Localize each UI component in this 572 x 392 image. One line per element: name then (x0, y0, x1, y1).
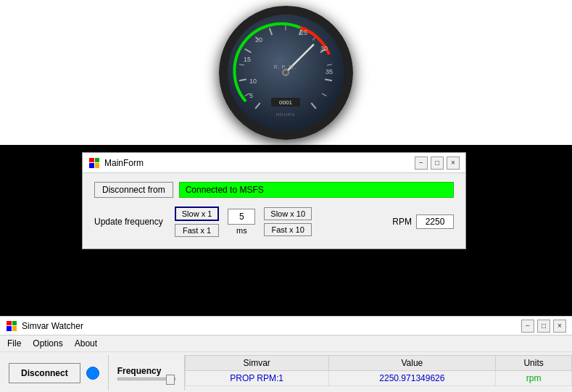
gauge-inner: R.P.M. 0001 HOURS 10 15 20 25 30 35 5 (228, 14, 344, 131)
freq-slider-container (117, 378, 175, 380)
taskbar-controls: − □ × (521, 320, 566, 333)
svg-point-17 (283, 70, 288, 75)
disconnect-from-button[interactable]: Disconnect from (94, 182, 173, 198)
svg-line-0 (255, 103, 260, 109)
fast-x10-button[interactable]: Fast x 10 (264, 223, 312, 236)
svg-line-1 (245, 93, 249, 96)
col-header-simvar: Simvar (185, 356, 328, 371)
svg-text:R.P.M.: R.P.M. (274, 64, 298, 70)
slow-x10-buttons: Slow x 10 Fast x 10 (264, 207, 312, 236)
row-disconnect: Disconnect from Connected to MSFS (94, 182, 454, 198)
taskbar-title: Simvar Watcher (22, 321, 83, 331)
dialog-minimize-button[interactable]: − (415, 157, 428, 170)
taskbar-icon (6, 320, 17, 332)
svg-text:20: 20 (255, 36, 262, 43)
rpm-label: RPM (392, 217, 412, 227)
taskbar-close-button[interactable]: × (553, 320, 566, 333)
taskbar-title-left: Simvar Watcher (6, 320, 83, 332)
simvar-table: Simvar Value Units PROP RPM:1 2250.97134… (185, 355, 572, 386)
rpm-value: 2250 (416, 214, 454, 229)
svg-line-13 (322, 93, 326, 96)
fast-x1-button[interactable]: Fast x 1 (175, 224, 220, 237)
svg-text:5: 5 (249, 92, 253, 99)
svg-text:35: 35 (326, 68, 333, 75)
table-row: PROP RPM:1 2250.971349626 rpm (185, 371, 571, 386)
main-dialog: MainForm − □ × Disconnect from Connected… (82, 152, 466, 249)
svg-line-6 (270, 28, 272, 34)
freq-label: Update frequency (94, 217, 163, 227)
ms-box: ms (228, 209, 255, 235)
freq-slider-thumb[interactable] (166, 375, 175, 385)
slow-buttons: Slow x 1 Fast x 1 (175, 207, 220, 237)
td-simvar: PROP RPM:1 (185, 371, 328, 386)
connection-status: Connected to MSFS (179, 182, 454, 198)
svg-line-2 (239, 79, 246, 80)
slow-x10-button[interactable]: Slow x 10 (264, 207, 312, 220)
connection-indicator (86, 367, 99, 380)
disconnect-button[interactable]: Disconnect (9, 363, 80, 383)
taskbar-titlebar: Simvar Watcher − □ × (0, 317, 572, 335)
col-header-units: Units (496, 356, 572, 371)
svg-line-11 (327, 64, 332, 64)
svg-text:10: 10 (249, 78, 257, 85)
svg-line-3 (239, 64, 244, 64)
dialog-icon (88, 157, 100, 169)
dialog-title-controls: − □ × (415, 157, 460, 170)
svg-text:25: 25 (300, 29, 307, 36)
ms-label: ms (236, 226, 247, 235)
row-frequency: Update frequency Slow x 1 Fast x 1 ms Sl… (94, 207, 454, 237)
freq-panel: Frequency (109, 355, 185, 391)
gauge-area: R.P.M. 0001 HOURS 10 15 20 25 30 35 5 (0, 0, 572, 145)
taskbar-content: Disconnect Frequency Simvar Value Units (0, 352, 572, 391)
ms-input[interactable] (228, 209, 255, 225)
freq-slider[interactable] (117, 378, 175, 380)
rpm-section: RPM 2250 (392, 214, 454, 229)
taskbar-minimize-button[interactable]: − (521, 320, 534, 333)
svg-text:30: 30 (320, 45, 328, 52)
td-value: 2250.971349626 (328, 371, 496, 386)
dialog-body: Disconnect from Connected to MSFS Update… (83, 173, 465, 249)
svg-text:0001: 0001 (279, 99, 292, 106)
menu-options[interactable]: Options (31, 338, 64, 349)
left-panel: Disconnect (0, 355, 109, 391)
taskbar-menu: File Options About (0, 335, 572, 352)
taskbar-maximize-button[interactable]: □ (537, 320, 550, 333)
dialog-title-left: MainForm (88, 157, 144, 169)
svg-text:HOURS: HOURS (276, 112, 296, 117)
dialog-close-button[interactable]: × (447, 157, 460, 170)
taskbar: Simvar Watcher − □ × File Options About … (0, 316, 572, 392)
td-units: rpm (496, 371, 572, 386)
table-panel: Simvar Value Units PROP RPM:1 2250.97134… (185, 355, 572, 391)
rpm-gauge: R.P.M. 0001 HOURS 10 15 20 25 30 35 5 (219, 6, 353, 140)
menu-about[interactable]: About (73, 338, 99, 349)
svg-line-4 (245, 49, 252, 52)
svg-line-12 (325, 79, 332, 80)
col-header-value: Value (328, 356, 496, 371)
svg-line-14 (311, 103, 315, 109)
dialog-title: MainForm (104, 158, 144, 168)
slow-x1-button[interactable]: Slow x 1 (175, 207, 220, 221)
svg-text:15: 15 (244, 56, 251, 63)
menu-file[interactable]: File (6, 338, 22, 349)
dialog-maximize-button[interactable]: □ (431, 157, 444, 170)
dialog-titlebar: MainForm − □ × (83, 153, 465, 173)
